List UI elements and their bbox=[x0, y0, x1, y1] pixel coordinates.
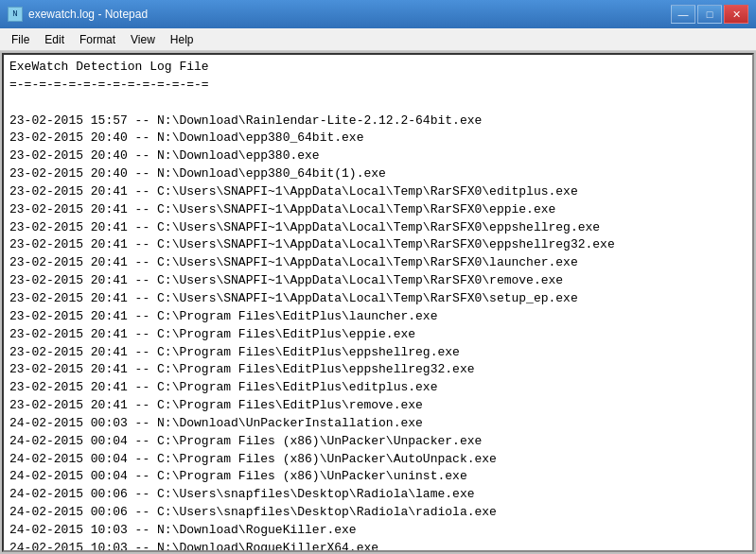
text-content[interactable]: ExeWatch Detection Log File =-=-=-=-=-=-… bbox=[4, 55, 752, 550]
maximize-button[interactable]: □ bbox=[697, 5, 722, 24]
window-controls: — □ ✕ bbox=[671, 5, 748, 24]
menu-bar: File Edit Format View Help bbox=[0, 28, 756, 51]
title-bar: N exewatch.log - Notepad — □ ✕ bbox=[0, 0, 756, 28]
minimize-button[interactable]: — bbox=[671, 5, 695, 24]
window-title: exewatch.log - Notepad bbox=[28, 8, 148, 21]
title-bar-left: N exewatch.log - Notepad bbox=[8, 7, 148, 22]
menu-file[interactable]: File bbox=[4, 30, 37, 49]
close-button[interactable]: ✕ bbox=[724, 5, 748, 24]
app-icon: N bbox=[8, 7, 23, 22]
menu-format[interactable]: Format bbox=[72, 30, 123, 49]
menu-help[interactable]: Help bbox=[163, 30, 202, 49]
menu-edit[interactable]: Edit bbox=[37, 30, 72, 49]
menu-view[interactable]: View bbox=[123, 30, 163, 49]
content-area: ExeWatch Detection Log File =-=-=-=-=-=-… bbox=[2, 53, 754, 552]
